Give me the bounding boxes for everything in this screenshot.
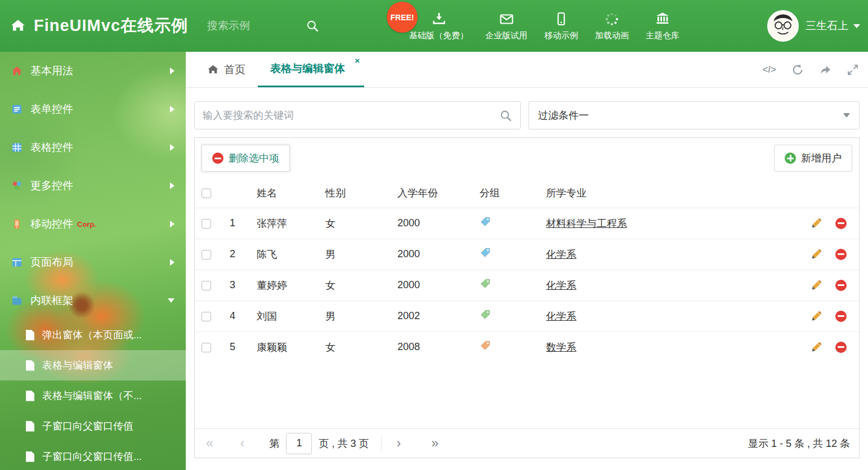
sidebar-item-basic-usage[interactable]: 基本用法: [0, 52, 186, 90]
row-number: 4: [223, 301, 250, 332]
sidebar-item-form-controls[interactable]: 表单控件: [0, 90, 186, 128]
row-checkbox[interactable]: [202, 281, 211, 290]
user-avatar[interactable]: [767, 10, 799, 42]
next-page-button[interactable]: ›: [394, 436, 403, 451]
sidebar-subitem-child-to-parent[interactable]: 子窗口向父窗口传值: [0, 411, 186, 441]
edit-pencil-icon[interactable]: [811, 280, 822, 291]
nav-item-label: 基础版（免费）: [409, 30, 468, 41]
major-link[interactable]: 材料科学与工程系: [546, 218, 627, 229]
sidebar-item-iframe[interactable]: 内联框架: [0, 281, 186, 320]
delete-row-icon[interactable]: [835, 311, 847, 322]
major-link[interactable]: 化学系: [546, 280, 576, 291]
sidebar-subitem-popup-window[interactable]: 弹出窗体（本页面或...: [0, 320, 186, 350]
cell-year: 2000: [391, 239, 473, 270]
tab-close-icon[interactable]: ×: [355, 56, 360, 65]
tag-icon: [480, 340, 491, 351]
table-header-row: 姓名 性别 入学年份 分组 所学专业: [195, 178, 859, 208]
keyword-search-input[interactable]: [203, 110, 499, 122]
edit-pencil-icon[interactable]: [811, 218, 822, 229]
header-nav: 基础版（免费） 企业版试用 移动示例 加载动画 主题仓库: [401, 0, 688, 52]
plus-circle-icon: [785, 153, 796, 164]
page-number-input[interactable]: [286, 433, 312, 454]
refresh-icon[interactable]: [791, 64, 804, 76]
select-all-checkbox[interactable]: [202, 189, 211, 198]
app-brand[interactable]: FineUIMvc在线示例: [0, 15, 188, 37]
user-name: 三生石上: [806, 19, 848, 33]
cell-year: 2000: [391, 208, 473, 239]
column-header-major: 所学专业: [539, 178, 797, 208]
cell-name: 陈飞: [250, 239, 319, 270]
table-row: 2 陈飞 男 2000 化学系: [195, 239, 859, 270]
sidebar-subitem-grid-edit-window[interactable]: 表格与编辑窗体: [0, 350, 186, 381]
chevron-right-icon: [170, 182, 175, 189]
sidebar-item-grid-controls[interactable]: 表格控件: [0, 128, 186, 167]
filter-dropdown[interactable]: 过滤条件一: [529, 101, 860, 129]
row-checkbox[interactable]: [202, 250, 211, 259]
nav-item-basic-edition[interactable]: 基础版（免费）: [401, 0, 477, 52]
nav-item-loading-animation[interactable]: 加载动画: [587, 0, 637, 52]
file-icon: [26, 451, 34, 462]
chevron-down-icon: [853, 24, 860, 28]
page-suffix-label: 页 , 共 3 页: [319, 437, 369, 450]
major-link[interactable]: 化学系: [546, 249, 576, 260]
chevron-right-icon: [170, 259, 175, 266]
header-search[interactable]: [207, 19, 337, 33]
table-icon: [11, 142, 23, 153]
delete-row-icon[interactable]: [835, 280, 847, 291]
row-checkbox[interactable]: [202, 312, 211, 321]
page: FineUIMvc在线示例 FREE! 基础版（免费） 企业版试用 移动示例: [0, 0, 868, 470]
header-search-input[interactable]: [207, 20, 306, 32]
sidebar-item-page-layout[interactable]: 页面布局: [0, 243, 186, 281]
cell-year: 2000: [391, 270, 473, 301]
tab-grid-edit-window[interactable]: 表格与编辑窗体 ×: [258, 52, 364, 87]
iframe-icon: [11, 295, 23, 306]
nav-item-label: 加载动画: [595, 30, 629, 41]
fullscreen-icon[interactable]: [847, 64, 859, 76]
tab-home[interactable]: 首页: [195, 52, 258, 87]
delete-row-icon[interactable]: [835, 218, 847, 229]
search-icon[interactable]: [499, 109, 512, 122]
tab-bar: 首页 表格与编辑窗体 × </>: [186, 52, 868, 88]
column-header-year: 入学年份: [391, 178, 473, 208]
prev-page-button[interactable]: ‹: [238, 436, 247, 451]
row-number: 5: [223, 332, 250, 362]
column-header-name: 姓名: [250, 178, 319, 208]
sidebar-subitem-child-to-parent-2[interactable]: 子窗口向父窗口传值...: [0, 441, 186, 470]
search-icon[interactable]: [306, 19, 319, 33]
sidebar-subitem-grid-edit-window-2[interactable]: 表格与编辑窗体（不...: [0, 381, 186, 411]
header-user: 三生石上: [767, 0, 860, 52]
tab-label: 首页: [224, 62, 245, 77]
nav-item-theme-store[interactable]: 主题仓库: [637, 0, 688, 52]
row-checkbox[interactable]: [202, 343, 211, 352]
delete-row-icon[interactable]: [835, 249, 847, 260]
row-checkbox[interactable]: [202, 219, 211, 229]
cell-gender: 男: [319, 239, 391, 270]
user-menu[interactable]: 三生石上: [806, 19, 860, 33]
edit-pencil-icon[interactable]: [811, 311, 822, 322]
tag-icon: [480, 247, 491, 258]
download-icon: [431, 11, 447, 27]
chevron-down-icon: [843, 113, 850, 118]
chevron-right-icon: [170, 106, 175, 113]
grid-panel: 删除选中项 新增用户 姓名 性别: [194, 137, 860, 458]
share-forward-icon[interactable]: [819, 64, 831, 76]
major-link[interactable]: 化学系: [546, 311, 576, 322]
source-code-icon[interactable]: </>: [762, 64, 776, 75]
delete-selected-button[interactable]: 删除选中项: [202, 145, 290, 172]
row-number: 2: [223, 239, 250, 270]
keyword-search-box[interactable]: [194, 101, 521, 129]
edit-pencil-icon[interactable]: [811, 249, 822, 260]
tag-icon: [480, 278, 491, 289]
sidebar-item-label: 表单控件: [30, 102, 73, 117]
avatar-face: [768, 11, 798, 41]
sidebar-item-mobile-controls[interactable]: 移动控件 Corp.: [0, 205, 186, 243]
delete-row-icon[interactable]: [835, 342, 847, 353]
edit-pencil-icon[interactable]: [811, 342, 822, 353]
major-link[interactable]: 数学系: [546, 342, 576, 353]
sidebar-item-more-controls[interactable]: 更多控件: [0, 167, 186, 205]
first-page-button[interactable]: «: [204, 436, 216, 451]
nav-item-mobile-demo[interactable]: 移动示例: [536, 0, 587, 52]
nav-item-enterprise-trial[interactable]: 企业版试用: [477, 0, 536, 52]
add-user-button[interactable]: 新增用户: [774, 145, 852, 172]
last-page-button[interactable]: »: [429, 436, 441, 451]
